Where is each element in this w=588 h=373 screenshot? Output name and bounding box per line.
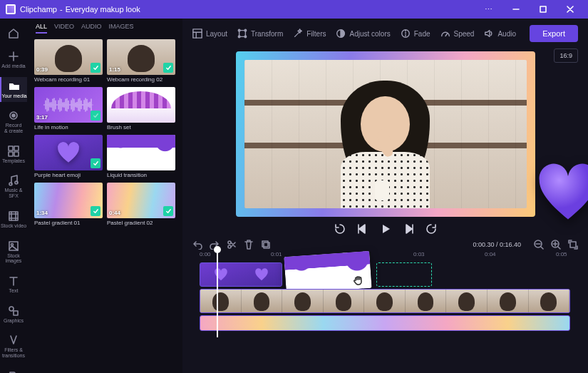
track-overlay[interactable] xyxy=(192,262,578,287)
media-card[interactable]: 1:15Webcam recording 02 xyxy=(107,39,175,83)
zoom-in-button[interactable] xyxy=(551,240,561,250)
svg-point-12 xyxy=(9,307,14,311)
media-title: Life in motion xyxy=(34,124,103,131)
folder-icon xyxy=(9,81,20,92)
plus-icon xyxy=(8,51,19,62)
record-icon xyxy=(8,110,19,121)
close-button[interactable] xyxy=(558,0,582,19)
next-frame-button[interactable] xyxy=(402,223,415,235)
zoom-fit-button[interactable] xyxy=(568,240,578,250)
graphics-icon xyxy=(8,305,19,317)
rail-music[interactable]: Music & SFX xyxy=(0,171,27,202)
transform-button[interactable]: Transform xyxy=(237,29,283,39)
fade-button[interactable]: Fade xyxy=(401,29,430,39)
rail-brand[interactable]: Brand kit xyxy=(0,367,27,373)
duplicate-button[interactable] xyxy=(261,240,271,250)
zoom-out-button[interactable] xyxy=(534,240,544,250)
media-thumb[interactable]: 1:15 xyxy=(107,39,175,75)
speed-button[interactable]: Speed xyxy=(440,29,475,39)
skip-fwd-5-button[interactable] xyxy=(425,223,438,235)
split-button[interactable] xyxy=(227,240,237,250)
skip-back-5-button[interactable] xyxy=(334,223,346,235)
rail-text[interactable]: Text xyxy=(0,272,27,297)
check-icon xyxy=(163,63,173,73)
play-button[interactable] xyxy=(379,223,392,235)
clip-gradient[interactable] xyxy=(200,315,570,331)
track-video[interactable] xyxy=(192,289,578,313)
tab-all[interactable]: ALL xyxy=(36,23,47,34)
aspect-ratio-button[interactable]: 16:9 xyxy=(554,48,578,63)
app-logo xyxy=(6,4,16,14)
rail-your-media[interactable]: Your media xyxy=(0,77,27,103)
media-card[interactable]: 0:39Webcam recording 01 xyxy=(34,39,103,83)
media-card[interactable]: Liquid transition xyxy=(107,135,175,178)
rail-templates[interactable]: Templates xyxy=(0,142,27,168)
clip-heart[interactable] xyxy=(200,262,282,287)
media-thumb[interactable]: 3:17 xyxy=(34,87,103,123)
svg-rect-15 xyxy=(193,29,202,38)
tab-images[interactable]: IMAGES xyxy=(109,23,134,34)
media-title: Purple heart emoji xyxy=(34,172,103,178)
adjust-button[interactable]: Adjust colors xyxy=(336,29,390,39)
transform-icon xyxy=(237,29,247,39)
rail-graphics[interactable]: Graphics xyxy=(0,302,27,327)
rail-stock-video[interactable]: Stock video xyxy=(0,207,27,233)
audio-button[interactable]: Audio xyxy=(484,29,516,39)
media-thumb[interactable]: 0:39 xyxy=(34,39,103,75)
speed-icon xyxy=(440,29,450,39)
media-thumb[interactable] xyxy=(34,135,103,170)
media-thumb[interactable] xyxy=(107,135,175,170)
tick-label: 0:00 xyxy=(200,251,211,257)
media-title: Liquid transition xyxy=(107,172,175,178)
media-card[interactable]: 1:34Pastel gradient 01 xyxy=(34,183,103,226)
media-thumb[interactable] xyxy=(107,87,175,123)
clip-drop-placeholder[interactable] xyxy=(376,262,432,287)
rail-record[interactable]: Record & create xyxy=(0,106,27,137)
media-card[interactable]: 0:44Pastel gradient 02 xyxy=(107,183,175,226)
layout-icon xyxy=(192,29,202,39)
svg-rect-6 xyxy=(14,152,19,156)
time-display: 0:00.30 / 0:16.40 xyxy=(473,241,521,248)
duration-label: 0:39 xyxy=(36,66,48,73)
clip-dragging[interactable] xyxy=(284,251,371,294)
delete-button[interactable] xyxy=(244,240,254,250)
tick-label: 0:05 xyxy=(556,251,567,257)
more-button[interactable]: ⋯ xyxy=(477,0,501,19)
clip-webcam[interactable] xyxy=(200,289,570,313)
tab-video[interactable]: VIDEO xyxy=(54,23,74,34)
media-thumb[interactable]: 1:34 xyxy=(34,183,103,218)
rail-add-media[interactable]: Add media xyxy=(0,47,27,73)
svg-rect-13 xyxy=(14,311,18,315)
time-ruler[interactable]: 0:000:010:020:030:040:05 xyxy=(192,251,578,261)
filters-button[interactable]: Filters xyxy=(293,29,326,39)
media-panel: ALL VIDEO AUDIO IMAGES 0:39Webcam record… xyxy=(27,19,182,373)
export-button[interactable]: Export xyxy=(530,25,578,42)
brand-icon xyxy=(8,370,19,373)
rail-home[interactable] xyxy=(0,24,27,43)
minimize-button[interactable] xyxy=(504,0,528,19)
check-icon xyxy=(163,206,173,216)
rail-filters[interactable]: Filters & transitions xyxy=(0,331,27,362)
maximize-button[interactable] xyxy=(531,0,555,19)
playhead[interactable] xyxy=(217,250,218,337)
project-title: Everyday makup look xyxy=(66,5,140,14)
media-card[interactable]: 3:17Life in motion xyxy=(34,87,103,131)
rail-stock-images[interactable]: Stock images xyxy=(0,237,27,267)
layout-button[interactable]: Layout xyxy=(192,29,227,39)
undo-button[interactable] xyxy=(192,240,202,250)
track-background[interactable] xyxy=(192,315,578,331)
check-icon xyxy=(91,158,100,168)
templates-icon xyxy=(8,145,19,157)
media-thumb[interactable]: 0:44 xyxy=(107,183,175,218)
media-title: Webcam recording 01 xyxy=(34,76,103,83)
preview-frame[interactable] xyxy=(236,51,535,217)
prev-frame-button[interactable] xyxy=(356,223,369,235)
tab-audio[interactable]: AUDIO xyxy=(81,23,102,34)
check-icon xyxy=(91,111,100,121)
media-card[interactable]: Brush set xyxy=(107,87,175,131)
person-figure xyxy=(334,81,436,208)
svg-point-2 xyxy=(12,114,15,117)
media-card[interactable]: Purple heart emoji xyxy=(34,135,103,178)
svg-point-7 xyxy=(9,183,12,185)
duration-label: 1:34 xyxy=(36,210,48,216)
